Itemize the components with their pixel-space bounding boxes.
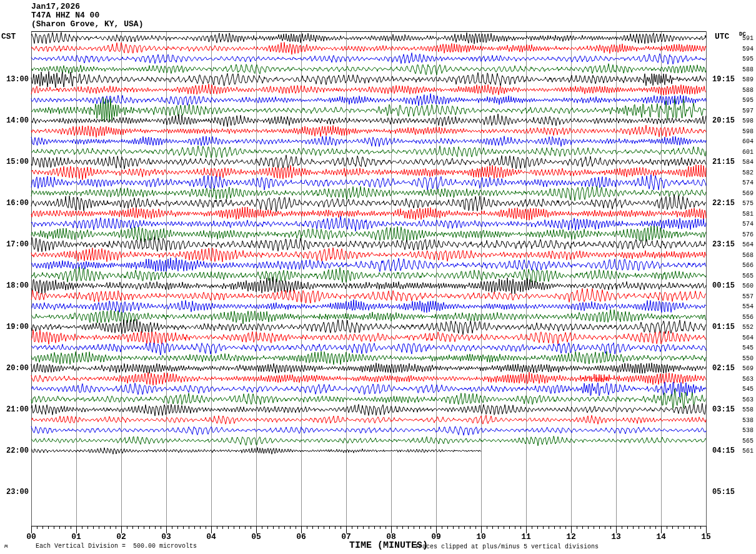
dc-value: 582 bbox=[740, 169, 754, 176]
dc-value: 576 bbox=[740, 231, 754, 238]
utc-hour-label: 03:15 bbox=[712, 405, 740, 414]
x-tick-label: 11 bbox=[518, 532, 534, 541]
cst-hour-label: 19:00 bbox=[2, 323, 29, 331]
dc-value: 569 bbox=[740, 190, 754, 197]
x-tick-label: 05 bbox=[248, 532, 264, 541]
dc-value: 604 bbox=[740, 138, 754, 145]
cst-hour-label: 13:00 bbox=[2, 75, 29, 84]
dc-value: 561 bbox=[740, 448, 754, 455]
cst-hour-label: 23:00 bbox=[2, 488, 29, 496]
x-tick-label: 15 bbox=[698, 532, 714, 541]
dc-value: 557 bbox=[740, 293, 754, 300]
x-tick-label: 09 bbox=[428, 532, 444, 541]
watermark-glyph: ʍ bbox=[4, 543, 7, 550]
helicorder-page: Jan17,2026 T47A HHZ N4 00 (Sharon Grove,… bbox=[0, 0, 756, 554]
dc-value: 598 bbox=[740, 128, 754, 135]
cst-hour-label: 15:00 bbox=[2, 158, 29, 166]
dc-value: 588 bbox=[740, 66, 754, 73]
dc-value: 560 bbox=[740, 283, 754, 290]
dc-value: 589 bbox=[740, 76, 754, 83]
x-tick-label: 14 bbox=[653, 532, 669, 541]
utc-hour-label: 20:15 bbox=[712, 116, 740, 125]
dc-value: 568 bbox=[740, 252, 754, 259]
cst-hour-label: 14:00 bbox=[2, 116, 29, 125]
dc-value: 595 bbox=[740, 97, 754, 104]
x-tick-label: 01 bbox=[68, 532, 84, 541]
dc-value: 574 bbox=[740, 179, 754, 186]
utc-hour-label: 21:15 bbox=[712, 158, 740, 166]
dc-value: 601 bbox=[740, 149, 754, 156]
utc-hour-label: 23:15 bbox=[712, 240, 740, 249]
x-tick-label: 13 bbox=[608, 532, 624, 541]
clip-note: Traces clipped at plus/minus 5 vertical … bbox=[415, 543, 599, 550]
dc-value: 556 bbox=[740, 314, 754, 321]
dc-value: 550 bbox=[740, 355, 754, 362]
dc-value: 564 bbox=[740, 241, 754, 248]
dc-value: 597 bbox=[740, 108, 754, 114]
dc-value: 594 bbox=[740, 46, 754, 53]
dc-value: 545 bbox=[740, 345, 754, 351]
title-station: T47A HHZ N4 00 bbox=[31, 11, 99, 20]
utc-hour-label: 00:15 bbox=[712, 281, 740, 290]
dc-value: 563 bbox=[740, 376, 754, 383]
cst-hour-label: 18:00 bbox=[2, 281, 29, 290]
dc-value: 564 bbox=[740, 335, 754, 341]
dc-value: 538 bbox=[740, 427, 754, 434]
dc-value: 545 bbox=[740, 386, 754, 393]
x-tick-label: 12 bbox=[563, 532, 579, 541]
x-tick-label: 10 bbox=[473, 532, 489, 541]
utc-hour-label: 04:15 bbox=[712, 446, 740, 455]
dc-value: 591 bbox=[740, 35, 754, 42]
dc-value: 595 bbox=[740, 56, 754, 63]
dc-value: 575 bbox=[740, 200, 754, 207]
utc-hour-label: 02:15 bbox=[712, 364, 740, 373]
scale-note: Each Vertical Division = 500.00 microvol… bbox=[36, 543, 197, 550]
right-timezone-label: UTC bbox=[715, 32, 729, 41]
utc-hour-label: 01:15 bbox=[712, 323, 740, 331]
x-tick-label: 04 bbox=[203, 532, 219, 541]
utc-hour-label: 05:15 bbox=[712, 488, 740, 496]
title-location: (Sharon Grove, KY, USA) bbox=[31, 20, 143, 29]
dc-value: 566 bbox=[740, 262, 754, 269]
dc-value: 584 bbox=[740, 159, 754, 166]
dc-value: 565 bbox=[740, 438, 754, 445]
dc-value: 563 bbox=[740, 396, 754, 403]
x-tick-label: 03 bbox=[158, 532, 174, 541]
dc-value: 569 bbox=[740, 365, 754, 372]
cst-hour-label: 16:00 bbox=[2, 199, 29, 208]
utc-hour-label: 22:15 bbox=[712, 199, 740, 208]
dc-value: 581 bbox=[740, 211, 754, 218]
dc-value: 598 bbox=[740, 118, 754, 124]
cst-hour-label: 17:00 bbox=[2, 240, 29, 249]
dc-value: 574 bbox=[740, 221, 754, 228]
title-date: Jan17,2026 bbox=[31, 3, 80, 11]
left-timezone-label: CST bbox=[1, 32, 16, 41]
cst-hour-label: 21:00 bbox=[2, 405, 29, 414]
x-tick-label: 02 bbox=[113, 532, 129, 541]
cst-hour-label: 22:00 bbox=[2, 446, 29, 455]
dc-value: 552 bbox=[740, 324, 754, 331]
x-tick-label: 06 bbox=[293, 532, 309, 541]
seismogram-plot bbox=[0, 0, 756, 554]
dc-value: 565 bbox=[740, 273, 754, 280]
x-tick-label: 00 bbox=[23, 532, 39, 541]
dc-value: 588 bbox=[740, 87, 754, 94]
dc-value: 558 bbox=[740, 406, 754, 413]
cst-hour-label: 20:00 bbox=[2, 364, 29, 373]
utc-hour-label: 19:15 bbox=[712, 75, 740, 84]
dc-value: 554 bbox=[740, 303, 754, 310]
dc-value: 538 bbox=[740, 417, 754, 424]
